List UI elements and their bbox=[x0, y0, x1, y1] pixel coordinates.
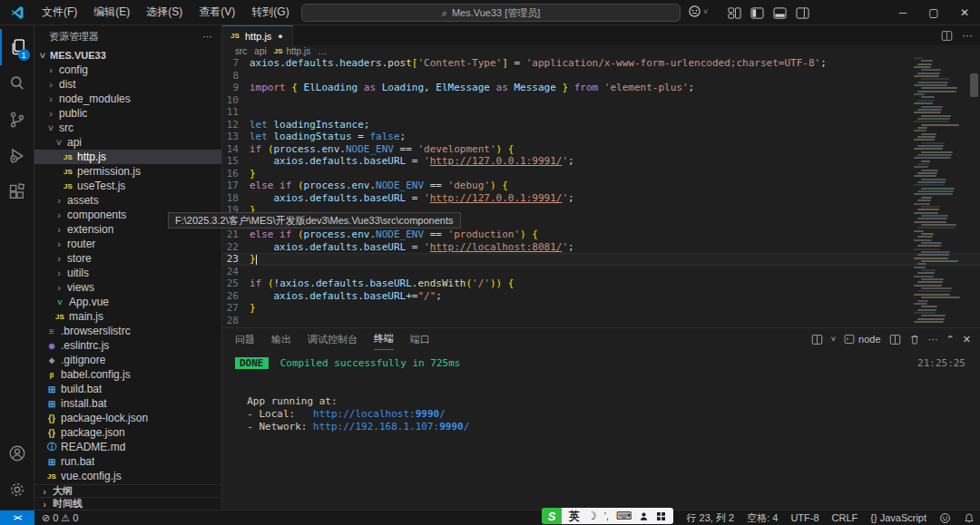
ime-punctuation-toggle[interactable]: ’, bbox=[604, 511, 609, 521]
tree-item-node_modules[interactable]: ›node_modules bbox=[34, 92, 221, 106]
crumb-api[interactable]: api bbox=[254, 46, 266, 56]
panel-tab-端口[interactable]: 端口 bbox=[410, 328, 430, 350]
tree-item-http.js[interactable]: JShttp.js bbox=[34, 150, 221, 164]
remote-indicator[interactable]: >< bbox=[0, 510, 34, 525]
command-center-search[interactable]: ⌕ Mes.Vue33 [管理员] bbox=[301, 4, 681, 22]
ime-night-mode-icon[interactable]: ☽ bbox=[587, 510, 597, 522]
toggle-panel-icon[interactable] bbox=[773, 6, 787, 20]
tree-item-README.md[interactable]: ⓘREADME.md bbox=[34, 440, 221, 454]
copilot-icon[interactable]: ˅ bbox=[688, 5, 708, 18]
tree-item-run.bat[interactable]: ⊞run.bat bbox=[34, 454, 221, 469]
tree-item-build.bat[interactable]: ⊞build.bat bbox=[34, 382, 221, 396]
menu-item-2[interactable]: 选择(S) bbox=[139, 2, 190, 23]
code-editor[interactable]: 7axios.defaults.headers.post['Content-Ty… bbox=[222, 57, 980, 327]
menu-item-3[interactable]: 查看(V) bbox=[191, 2, 242, 23]
toggle-sidebar-icon[interactable] bbox=[750, 6, 764, 20]
tree-item-.eslintrc.js[interactable]: ◉.eslintrc.js bbox=[34, 338, 221, 353]
tree-item-permission.js[interactable]: JSpermission.js bbox=[34, 164, 221, 179]
tab-http-js[interactable]: JS http.js ● bbox=[222, 25, 293, 45]
panel-tab-调试控制台[interactable]: 调试控制台 bbox=[308, 328, 358, 350]
source-control-icon[interactable] bbox=[0, 102, 34, 138]
tree-item-.gitignore[interactable]: ◈.gitignore bbox=[34, 353, 221, 367]
maximize-panel-icon[interactable]: ⌃ bbox=[946, 334, 955, 345]
indentation[interactable]: 空格: 4 bbox=[747, 511, 778, 525]
toggle-secondary-sidebar-icon[interactable] bbox=[796, 6, 809, 20]
close-button[interactable]: ✕ bbox=[949, 0, 980, 25]
tree-item-package-lock.json[interactable]: {}package-lock.json bbox=[34, 411, 221, 425]
editor-more-icon[interactable]: ··· bbox=[962, 29, 973, 42]
notifications-bell-icon[interactable] bbox=[964, 512, 975, 524]
tree-item-dist[interactable]: ›dist bbox=[34, 77, 221, 92]
ime-virtual-keyboard-icon[interactable]: ⌨ bbox=[616, 510, 632, 522]
minimize-button[interactable]: ─ bbox=[887, 0, 918, 25]
crumb-src[interactable]: src bbox=[235, 46, 247, 56]
launch-profile-icon[interactable] bbox=[811, 334, 823, 345]
tree-item-App.vue[interactable]: VApp.vue bbox=[34, 295, 221, 309]
chevron-right-icon: › bbox=[54, 267, 64, 278]
customize-layout-icon[interactable] bbox=[728, 6, 741, 20]
tree-item-uitils[interactable]: ›uitils bbox=[34, 266, 221, 280]
run-debug-icon[interactable] bbox=[0, 138, 34, 174]
line-number: 18 bbox=[222, 192, 250, 205]
tree-item-.browserslistrc[interactable]: ≡.browserslistrc bbox=[34, 324, 221, 338]
tree-item-views[interactable]: ›views bbox=[34, 280, 221, 295]
copilot-status-icon[interactable] bbox=[939, 512, 951, 524]
ime-language-toggle[interactable]: 英 bbox=[569, 509, 580, 524]
menu-item-1[interactable]: 编辑(E) bbox=[86, 2, 137, 23]
crumb-symbol[interactable]: … bbox=[318, 46, 327, 56]
ime-toolbox-icon[interactable] bbox=[656, 511, 666, 521]
crumb-file[interactable]: http.js bbox=[287, 46, 311, 56]
extensions-icon[interactable] bbox=[0, 174, 34, 210]
split-editor-icon[interactable] bbox=[941, 30, 953, 42]
editor-scrollbar[interactable] bbox=[970, 73, 978, 97]
language-mode[interactable]: {} JavaScript bbox=[870, 512, 926, 523]
tree-item-api[interactable]: ˅api bbox=[34, 135, 221, 150]
search-view-icon[interactable] bbox=[0, 65, 34, 102]
tree-item-router[interactable]: ›router bbox=[34, 237, 221, 251]
tree-item-public[interactable]: ›public bbox=[34, 106, 221, 121]
explorer-badge: 1 bbox=[18, 49, 30, 61]
sogou-logo-icon[interactable]: S bbox=[542, 508, 562, 524]
tree-item-main.js[interactable]: JSmain.js bbox=[34, 309, 221, 324]
problems-status[interactable]: ⊘ 0 ⚠ 0 bbox=[42, 512, 78, 524]
panel-tab-输出[interactable]: 输出 bbox=[271, 328, 291, 350]
tree-item-package.json[interactable]: {}package.json bbox=[34, 425, 221, 440]
close-panel-icon[interactable]: ✕ bbox=[963, 334, 971, 345]
panel-tab-问题[interactable]: 问题 bbox=[235, 328, 255, 350]
menu-item-0[interactable]: 文件(F) bbox=[34, 2, 84, 23]
terminal-instance[interactable]: node bbox=[844, 334, 880, 345]
timeline-section[interactable]: › 时间线 bbox=[34, 497, 221, 510]
split-terminal-icon[interactable] bbox=[889, 334, 901, 345]
maximize-button[interactable]: ▢ bbox=[918, 0, 949, 25]
panel-tab-终端[interactable]: 终端 bbox=[374, 328, 394, 350]
tree-item-useTest.js[interactable]: JSuseTest.js bbox=[34, 179, 221, 193]
settings-gear-icon[interactable] bbox=[0, 472, 34, 508]
menu-item-4[interactable]: 转到(G) bbox=[244, 2, 296, 23]
account-icon[interactable] bbox=[0, 435, 34, 472]
chevron-down-icon[interactable]: ˅ bbox=[831, 335, 836, 344]
kill-terminal-icon[interactable] bbox=[909, 334, 920, 345]
tree-item-install.bat[interactable]: ⊞install.bat bbox=[34, 396, 221, 411]
sidebar-more-icon[interactable]: ··· bbox=[202, 31, 212, 42]
outline-section[interactable]: › 大纲 bbox=[34, 484, 221, 497]
cursor-position[interactable]: 行 23, 列 2 bbox=[687, 511, 735, 525]
explorer-icon[interactable]: 1 bbox=[0, 29, 34, 65]
tree-item-config[interactable]: ›config bbox=[34, 63, 221, 77]
ime-toolbar[interactable]: S 英 ☽ ’, ⌨ bbox=[542, 508, 673, 524]
ime-profile-icon[interactable] bbox=[639, 511, 649, 521]
eol-sequence[interactable]: CRLF bbox=[832, 512, 858, 523]
tree-item-babel.config.js[interactable]: βbabel.config.js bbox=[34, 367, 221, 382]
breadcrumb[interactable]: src api JS http.js … bbox=[222, 45, 980, 57]
minimap[interactable] bbox=[913, 57, 960, 327]
encoding[interactable]: UTF-8 bbox=[790, 512, 818, 523]
panel-more-icon[interactable]: ··· bbox=[928, 334, 938, 345]
terminal-output[interactable]: DONE Compiled successfully in 725ms App … bbox=[222, 350, 980, 433]
tree-item-vue.config.js[interactable]: JSvue.config.js bbox=[34, 469, 221, 483]
text-cursor bbox=[256, 255, 258, 265]
modified-dot-icon[interactable]: ● bbox=[278, 32, 282, 41]
line-number: 22 bbox=[222, 241, 250, 254]
tree-item-assets[interactable]: ›assets bbox=[34, 193, 221, 208]
tree-item-store[interactable]: ›store bbox=[34, 251, 221, 266]
tree-item-src[interactable]: ˅src bbox=[34, 121, 221, 135]
tree-root[interactable]: ˅ MES.VUE33 bbox=[34, 47, 221, 63]
